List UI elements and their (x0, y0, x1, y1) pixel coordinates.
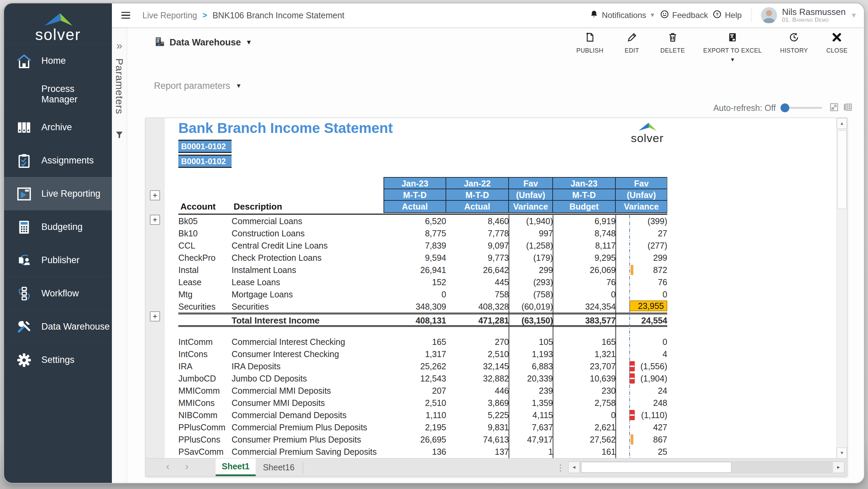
delete-button[interactable]: DELETE (660, 32, 685, 54)
budget-cell: 10,639 (553, 374, 616, 384)
toolbar-action-label: PUBLISH (576, 47, 604, 54)
sidebar-item-budgeting[interactable]: Budgeting (4, 210, 112, 243)
divider (303, 461, 303, 473)
user-menu[interactable]: Nils Rasmussen 01. Banking Demo (782, 7, 846, 23)
table-row: JumboCDJumbo CD Deposits12,54332,88220,3… (178, 372, 667, 385)
scroll-down-button[interactable]: ▼ (837, 448, 847, 458)
orange-indicator-bar (631, 265, 633, 275)
sidebar-item-archive[interactable]: Archive (4, 111, 112, 144)
horizontal-scroll-thumb[interactable] (581, 462, 731, 473)
expand-total-button[interactable]: + (150, 311, 160, 321)
edit-button[interactable]: EDIT (622, 32, 642, 54)
budget-cell: 9,295 (553, 253, 616, 263)
column-header-cell: Fav (616, 178, 667, 189)
variance-cell: (293) (509, 277, 553, 287)
account-cell: IntComm (178, 337, 232, 347)
budget-cell: 165 (553, 337, 616, 347)
open-external-icon[interactable] (829, 102, 839, 113)
auto-refresh-slider[interactable] (781, 103, 822, 112)
description-cell: Commercial Demand Deposits (232, 410, 383, 420)
budget-variance-cell: (1,904) (616, 372, 667, 385)
sidebar-item-data-warehouse[interactable]: Data Warehouse (4, 310, 112, 343)
publish-button[interactable]: PUBLISH (576, 32, 604, 54)
parameters-panel-label[interactable]: Parameters (114, 58, 125, 114)
description-cell: Commercial Premium Saving Deposits (232, 447, 383, 457)
sidebar-item-workflow[interactable]: Workflow (4, 277, 112, 310)
budget-cell: 230 (553, 386, 616, 396)
table-row: MMICommCommercial MMI Deposits2074462392… (178, 385, 667, 397)
chevron-down-icon[interactable]: ▼ (730, 57, 735, 62)
actual-cell: 9,594 (383, 253, 446, 263)
notifications-button[interactable]: Notifications ▼ (590, 10, 655, 21)
sidebar-item-live-reporting[interactable]: Live Reporting (4, 177, 112, 210)
sidebar-item-assignments[interactable]: Assignments (4, 144, 112, 177)
filter-value-cell[interactable]: B0001-0102 (178, 140, 232, 153)
actual-cell: 1,110 (383, 410, 446, 420)
avatar[interactable] (761, 7, 777, 23)
actual-py-cell: 446 (446, 386, 509, 396)
close-button[interactable]: CLOSE (826, 32, 848, 54)
budget-cell: 8,117 (553, 241, 616, 251)
hamburger-menu-icon[interactable] (121, 12, 130, 19)
variance-cell: 997 (509, 229, 553, 238)
budget-cell: 23,707 (553, 361, 616, 371)
expand-columns-button[interactable]: + (150, 190, 160, 200)
history-button[interactable]: HISTORY (780, 32, 808, 54)
account-cell: PPlusCons (178, 435, 232, 445)
view-option-icons (829, 102, 852, 113)
vertical-scroll-thumb[interactable] (837, 130, 847, 209)
export-to-excel-button[interactable]: XEXPORT TO EXCEL▼ (703, 32, 762, 62)
report-parameters-label: Report parameters (154, 81, 230, 91)
scroll-left-button[interactable]: ◄ (568, 462, 580, 473)
vertical-scrollbar[interactable]: ▲ ▼ (836, 118, 847, 458)
scroll-right-button[interactable]: ► (833, 462, 844, 473)
filter-value-cell[interactable]: B0001-0102 (178, 155, 232, 168)
data-source-dropdown[interactable]: Data Warehouse ▼ (155, 37, 252, 48)
report-logo-text: solver (625, 132, 669, 145)
slider-knob[interactable] (781, 103, 789, 112)
publish-icon (585, 32, 595, 44)
toolbar-action-label: EXPORT TO EXCEL (703, 47, 762, 54)
budget-variance-cell: 872 (616, 264, 667, 276)
column-header-cell: Jan-23 (384, 178, 446, 189)
table-row: PPlusConsConsumer Premium Plus Deposits2… (178, 433, 667, 446)
filter-icon[interactable] (115, 131, 124, 141)
divider (751, 8, 751, 22)
sidebar-item-publisher[interactable]: Publisher (4, 243, 112, 277)
tabs-scroll-right-icon[interactable]: › (185, 461, 189, 472)
expand-rows-button[interactable]: + (150, 215, 160, 225)
actual-cell: 348,309 (383, 302, 446, 312)
column-header-cell: M-T-D (553, 189, 616, 201)
tabs-scroll-left-icon[interactable]: ‹ (166, 461, 170, 472)
sidebar-item-process-manager[interactable]: Process Manager (4, 77, 112, 111)
description-cell: Mortgage Loans (232, 290, 383, 299)
account-cell: IRA (178, 361, 232, 371)
column-header-cell: M-T-D (384, 189, 446, 201)
user-chevron-down-icon[interactable]: ▼ (850, 12, 857, 19)
header-row: Jan-23Jan-22FavJan-23Fav (384, 178, 667, 189)
help-button[interactable]: ? Help (713, 10, 742, 21)
expand-parameters-icon[interactable]: » (112, 39, 127, 52)
topbar: Live Reporting > BNK106 Branch Income St… (112, 3, 864, 27)
description-cell: Check Protection Loans (232, 253, 383, 263)
description-cell: Lease Loans (232, 277, 383, 287)
data-source-label: Data Warehouse (170, 37, 241, 48)
scroll-up-button[interactable]: ▲ (837, 118, 847, 129)
sheet-tab-sheet1[interactable]: Sheet1 (216, 458, 256, 476)
feedback-button[interactable]: Feedback (660, 10, 708, 21)
sidebar-item-home[interactable]: Home (4, 44, 112, 77)
report-parameters-toggle[interactable]: Report parameters ▼ (154, 81, 242, 91)
toolbar-action-label: CLOSE (826, 47, 848, 54)
edit-icon (627, 32, 637, 44)
splitter-handle-icon[interactable]: ⋮ (556, 463, 565, 473)
grid-view-icon[interactable] (843, 102, 852, 113)
table-row: IntConsConsumer Interest Checking1,3172,… (178, 348, 667, 360)
actual-cell: 165 (383, 337, 446, 347)
report-title: Bank Branch Income Statement (178, 120, 393, 136)
sidebar-item-settings[interactable]: Settings (4, 343, 112, 376)
sidebar-nav: HomeProcess ManagerArchiveAssignmentsLiv… (4, 44, 112, 376)
sheet-tab-sheet16[interactable]: Sheet16 (261, 458, 296, 476)
sidebar-item-label: Workflow (41, 288, 79, 299)
actual-py-cell: 32,145 (446, 361, 509, 371)
breadcrumb-section[interactable]: Live Reporting (142, 11, 197, 20)
